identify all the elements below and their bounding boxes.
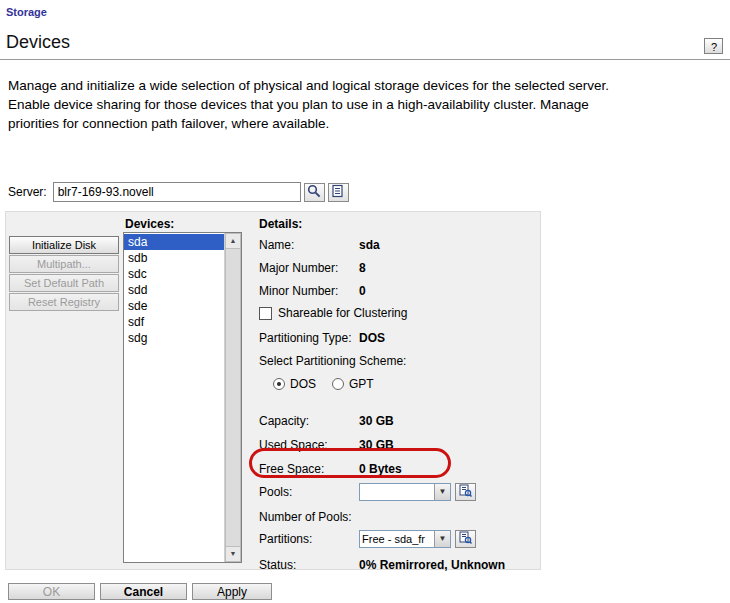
capacity-label: Capacity: [259,414,359,428]
server-row: Server: [8,182,349,202]
device-panel: Devices: Details: Initialize Disk Multip… [5,211,541,570]
capacity-value: 30 GB [359,414,394,428]
partitions-browse-button[interactable] [455,530,476,548]
free-space-label: Free Space: [259,462,359,476]
detail-row-free-space: Free Space: 0 Bytes [259,460,402,478]
name-label: Name: [259,238,359,252]
partitioning-scheme-label: Select Partitioning Scheme: [259,354,406,368]
title-divider [0,59,730,60]
footer-buttons: OK Cancel Apply [8,583,272,600]
partitions-browse-icon [459,531,472,547]
page-title: Devices [6,32,70,53]
server-input[interactable] [53,182,301,202]
devices-column-header: Devices: [125,217,174,231]
detail-row-status: Status: 0% Remirrored, Unknown [259,556,505,574]
help-button[interactable]: ? [704,38,723,54]
devices-list: sda sdb sdc sdd sde sdf sdg [124,233,224,562]
minor-number-value: 0 [359,284,366,298]
shareable-checkbox[interactable] [259,307,272,320]
used-space-label: Used Space: [259,438,359,452]
list-item-sdb[interactable]: sdb [124,250,224,266]
server-browse-button[interactable] [304,183,325,202]
reset-registry-button[interactable]: Reset Registry [9,293,119,311]
free-space-value: 0 Bytes [359,462,402,476]
cancel-button[interactable]: Cancel [100,583,187,600]
device-action-buttons: Initialize Disk Multipath... Set Default… [9,236,119,311]
pools-browse-button[interactable] [455,483,476,501]
search-icon [307,184,321,201]
device-details: Name: sda Major Number: 8 Minor Number: … [259,236,539,568]
apply-button[interactable]: Apply [192,583,272,600]
initialize-disk-button[interactable]: Initialize Disk [9,236,119,254]
pools-label: Pools: [259,485,359,499]
list-item-sdf[interactable]: sdf [124,314,224,330]
detail-row-minor-number: Minor Number: 0 [259,282,366,300]
detail-row-name: Name: sda [259,236,380,254]
detail-row-partitions: Partitions: Free - sda_fr ▼ [259,530,476,548]
used-space-value: 30 GB [359,438,394,452]
partitions-dropdown-value: Free - sda_fr [360,531,434,547]
scheme-radio-dos-label: DOS [290,377,316,391]
scheme-radio-gpt-label: GPT [349,377,374,391]
scheme-radio-gpt[interactable] [332,378,344,390]
list-item-sdc[interactable]: sdc [124,266,224,282]
scheme-radio-dos[interactable] [273,378,285,390]
server-history-button[interactable] [328,183,349,202]
scroll-up-icon[interactable]: ▲ [225,233,241,249]
ok-button[interactable]: OK [8,583,95,600]
server-label: Server: [8,185,47,199]
status-label: Status: [259,558,359,572]
partitions-label: Partitions: [259,532,359,546]
partitions-dropdown[interactable]: Free - sda_fr ▼ [359,530,451,548]
list-item-sdd[interactable]: sdd [124,282,224,298]
devices-scrollbar[interactable]: ▲ ▼ [224,233,241,562]
breadcrumb-storage-link[interactable]: Storage [6,6,47,18]
page-description: Manage and initialize a wide selection o… [8,76,636,133]
detail-row-pools: Pools: ▼ [259,483,476,501]
object-history-icon [331,184,345,201]
details-column-header: Details: [259,217,302,231]
partitioning-scheme-options: DOS GPT [273,375,390,393]
scroll-down-icon[interactable]: ▼ [225,546,241,562]
major-number-value: 8 [359,261,366,275]
set-default-path-button[interactable]: Set Default Path [9,274,119,292]
chevron-down-icon[interactable]: ▼ [434,531,450,547]
devices-page: Storage Devices ? Manage and initialize … [0,0,730,603]
list-item-sde[interactable]: sde [124,298,224,314]
status-value: 0% Remirrored, Unknown [359,558,505,572]
pools-dropdown-value [360,484,434,500]
list-item-sdg[interactable]: sdg [124,330,224,346]
pools-dropdown[interactable]: ▼ [359,483,451,501]
detail-row-major-number: Major Number: 8 [259,259,366,277]
number-of-pools-label: Number of Pools: [259,510,352,524]
pools-browse-icon [459,484,472,500]
multipath-button[interactable]: Multipath... [9,255,119,273]
shareable-label: Shareable for Clustering [278,306,407,320]
major-number-label: Major Number: [259,261,359,275]
detail-row-shareable: Shareable for Clustering [259,304,407,322]
partitioning-type-value: DOS [359,331,385,345]
detail-row-number-of-pools: Number of Pools: [259,508,352,526]
detail-row-partitioning-type: Partitioning Type: DOS [259,329,385,347]
detail-row-scheme-label: Select Partitioning Scheme: [259,352,406,370]
detail-row-used-space: Used Space: 30 GB [259,436,394,454]
chevron-down-icon[interactable]: ▼ [434,484,450,500]
devices-listbox: sda sdb sdc sdd sde sdf sdg ▲ ▼ [123,232,242,563]
partitioning-type-label: Partitioning Type: [259,331,359,345]
name-value: sda [359,238,380,252]
minor-number-label: Minor Number: [259,284,359,298]
scrollbar-thumb[interactable] [225,249,241,546]
list-item-sda[interactable]: sda [124,234,224,250]
detail-row-capacity: Capacity: 30 GB [259,412,394,430]
